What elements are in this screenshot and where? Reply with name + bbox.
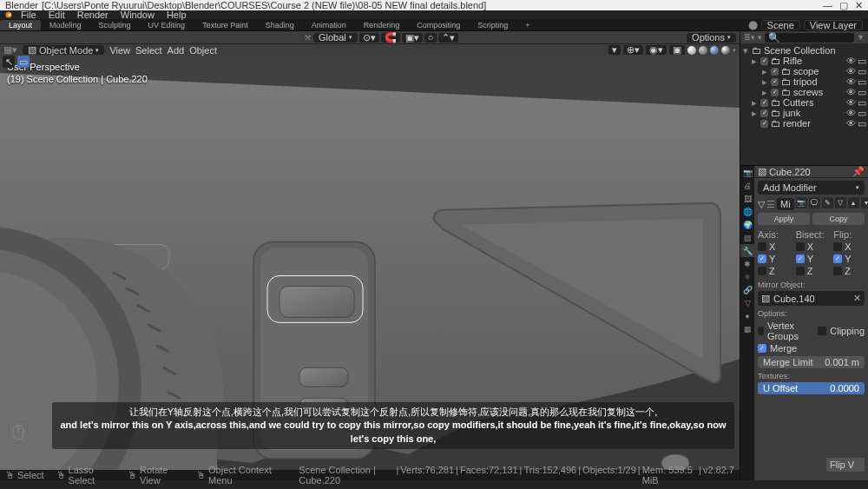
overlay-toggle[interactable]: ◉▾ [646,45,667,55]
flip-y-check[interactable] [833,254,842,263]
tab-sculpting[interactable]: Sculpting [90,20,140,30]
menu-select[interactable]: Select [135,45,162,56]
outliner-filter-icon[interactable]: ▾ [758,33,762,42]
shading-matcap[interactable] [710,46,719,55]
clipping-check[interactable] [818,327,826,335]
tab-add[interactable]: + [516,20,538,30]
axis-x-check[interactable] [758,242,766,251]
apply-button[interactable]: Apply [758,213,810,225]
menu-view[interactable]: View [109,45,130,56]
outliner-type-icon[interactable]: ≣▾ [744,33,755,42]
tab-texture-paint[interactable]: Texture Paint [194,20,257,30]
view-layer-selector[interactable]: View Layer [804,20,863,30]
outliner-search[interactable]: 🔍 [765,33,854,43]
prop-tab-modifier[interactable]: 🔧 [740,244,754,257]
mod-move-down[interactable]: ▾ [861,197,868,208]
prop-tab-viewlayer[interactable]: 🖼 [740,192,754,205]
mod-display-render[interactable]: 📷 [796,197,807,208]
prop-tab-constraints[interactable]: 🔗 [740,283,754,296]
shading-solid[interactable] [699,46,707,55]
tab-layout[interactable]: Layout [0,20,41,30]
tab-compositing[interactable]: Compositing [408,20,469,30]
proportional-select[interactable]: ⌃▾ [438,33,458,43]
gizmo-button[interactable]: ⊕▾ [623,45,643,55]
snap-select[interactable]: ▣▾ [402,33,423,43]
menu-render[interactable]: Render [72,10,114,20]
minimize-button[interactable]: — [823,0,832,11]
prop-tab-scene[interactable]: 🌐 [740,205,754,218]
tab-scripting[interactable]: Scripting [469,20,516,30]
tree-item-screws[interactable]: ▸✓ 🗀 screws 👁▭ [740,87,868,97]
prop-tab-output[interactable]: 🖨 [740,179,754,192]
scene-icon[interactable]: ⬤ [748,20,758,30]
tool-select[interactable]: ▭ [17,56,30,68]
tab-rendering[interactable]: Rendering [355,20,409,30]
menu-add[interactable]: Add [168,45,185,56]
prop-tab-particles[interactable]: ✱ [740,257,754,270]
tree-item-scope[interactable]: ▸✓ 🗀 scope 👁▭ [740,66,868,76]
overlays-button[interactable]: ▾ [608,45,621,55]
mirror-object-field[interactable]: ▧ Cube.140 ✕ [758,291,865,306]
prop-tab-data[interactable]: ▽ [740,296,754,309]
tab-shading[interactable]: Shading [257,20,303,30]
menu-file[interactable]: File [16,10,42,20]
mode-select[interactable]: ▧ Object Mode ▾ [23,45,104,55]
add-modifier-dropdown[interactable]: Add Modifier ▾ [758,181,865,195]
bisect-z-check[interactable] [796,267,805,275]
proportional-toggle[interactable]: ○ [424,33,437,43]
editor-type-icon[interactable]: ▦▾ [3,44,17,56]
menu-edit[interactable]: Edit [43,10,70,20]
tree-item-rifle[interactable]: ▸✓ 🗀 Rifle 👁▭ [740,56,868,66]
clear-mirror-object[interactable]: ✕ [853,293,861,304]
menu-object[interactable]: Object [189,45,217,56]
modifier-name-field[interactable]: Mi [777,198,794,210]
bisect-x-check[interactable] [796,242,805,251]
filter-icon[interactable]: ▼ [857,33,865,42]
prop-tab-texture[interactable]: ▦ [740,322,754,335]
menu-window[interactable]: Window [115,10,160,20]
tree-item-cutters[interactable]: ▸✓ 🗀 Cutters 👁▭ [740,97,868,108]
prop-tab-material[interactable]: ● [740,309,754,322]
prop-tab-render[interactable]: 📷 [740,166,754,179]
tree-scene-collection[interactable]: ▾ 🗀 Scene Collection [740,45,868,56]
prop-tab-physics[interactable]: ⚛ [740,270,754,283]
options-dropdown[interactable]: Options▾ [687,33,736,43]
vertex-groups-check[interactable] [758,327,764,335]
maximize-button[interactable]: ▢ [839,0,848,11]
mod-display-cage[interactable]: ▽ [835,197,846,208]
tree-item-tripod[interactable]: ▸✓ 🗀 tripod 👁▭ [740,76,868,87]
tree-item-render[interactable]: ✓ 🗀 render 👁▭ [740,118,868,129]
merge-check[interactable] [758,344,766,353]
tab-modeling[interactable]: Modeling [41,20,90,30]
flip-z-check[interactable] [833,267,842,275]
shading-rendered[interactable] [721,46,730,55]
flip-x-check[interactable] [833,242,842,251]
close-button[interactable]: ✕ [855,0,863,11]
scene-selector[interactable]: Scene [761,20,800,30]
tab-animation[interactable]: Animation [303,20,355,30]
prop-tab-object[interactable]: ▧ [740,231,754,244]
u-offset-field[interactable]: U Offset 0.0000 [758,382,865,394]
mod-move-up[interactable]: ▴ [848,197,859,208]
tab-uv-editing[interactable]: UV Editing [140,20,194,30]
shading-dropdown[interactable]: ▾ [733,47,736,54]
axis-z-check[interactable] [758,267,766,275]
mod-display-edit[interactable]: ✎ [822,197,833,208]
tool-cursor[interactable]: ↖ [3,56,15,68]
copy-button[interactable]: Copy [812,213,865,225]
menu-help[interactable]: Help [161,10,192,20]
pin-icon[interactable]: 📌 [852,166,865,177]
mod-display-viewport[interactable]: 🖵 [809,197,820,208]
merge-limit-field[interactable]: Merge Limit 0.001 m [758,356,865,368]
xray-toggle[interactable]: ▣ [669,45,685,55]
tree-item-junk[interactable]: ▸✓ 🗀 junk 👁▭ [740,108,868,118]
3d-viewport[interactable]: User Perspective (19) Scene Collection |… [0,56,740,480]
outliner-tree[interactable]: ▾ 🗀 Scene Collection ▸✓ 🗀 Rifle 👁▭ ▸✓ 🗀 … [740,43,868,165]
orientation-select[interactable]: Global▾ [313,33,358,43]
prop-tab-world[interactable]: 🌍 [740,218,754,231]
axis-y-check[interactable] [758,254,766,263]
shading-wireframe[interactable] [687,46,696,55]
bisect-y-check[interactable] [796,254,805,263]
snap-toggle[interactable]: 🧲 [381,33,400,43]
pivot-button[interactable]: ⊙▾ [359,33,379,43]
